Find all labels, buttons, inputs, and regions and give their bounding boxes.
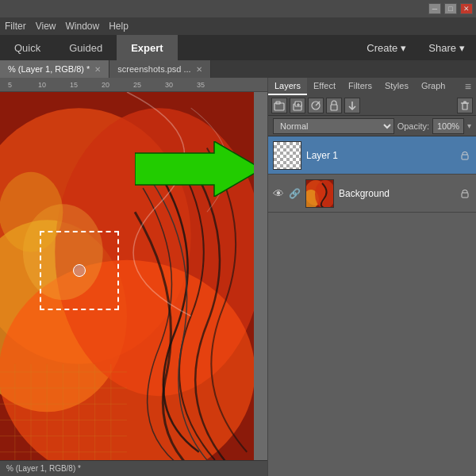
opacity-dropdown-arrow[interactable]: ▾ <box>467 121 471 130</box>
svg-rect-30 <box>463 103 467 109</box>
background-visibility-icon[interactable]: 👁 <box>273 187 284 200</box>
main-layout: 5 10 15 20 25 30 35 <box>0 78 476 476</box>
create-button[interactable]: Create ▾ <box>355 35 417 60</box>
selection-box <box>40 231 119 310</box>
menu-view[interactable]: View <box>36 21 56 32</box>
title-bar: ─ □ ✕ <box>0 0 476 17</box>
opacity-input[interactable] <box>432 118 464 134</box>
background-lock-icon[interactable] <box>459 187 471 200</box>
mode-bar: Quick Guided Expert Create ▾ Share ▾ <box>0 35 476 60</box>
menu-window[interactable]: Window <box>65 21 99 32</box>
status-bar: % (Layer 1, RGB/8) * <box>0 460 267 476</box>
background-name: Background <box>339 188 454 199</box>
background-thumbnail <box>305 179 334 208</box>
svg-rect-34 <box>462 155 468 159</box>
quick-mode-button[interactable]: Quick <box>0 35 55 60</box>
svg-rect-28 <box>331 105 337 110</box>
tab-layers[interactable]: Layers <box>268 78 307 95</box>
share-button[interactable]: Share ▾ <box>417 35 476 60</box>
canvas-area: 5 10 15 20 25 30 35 <box>0 78 267 476</box>
new-layer-button[interactable] <box>290 98 305 113</box>
layer1-name: Layer 1 <box>306 150 454 161</box>
blend-row: Normal Multiply Screen Overlay Opacity: … <box>268 116 476 136</box>
tab-filters[interactable]: Filters <box>342 78 378 95</box>
status-text: % (Layer 1, RGB/8) * <box>6 464 81 473</box>
delete-layer-button[interactable] <box>457 98 473 113</box>
layer-item-background[interactable]: 👁 🔗 Background <box>268 175 476 213</box>
menu-help[interactable]: Help <box>109 21 129 32</box>
tab-close-layer1[interactable]: ✕ <box>94 65 101 74</box>
layer1-thumbnail <box>273 141 301 170</box>
tab-effect[interactable]: Effect <box>307 78 342 95</box>
background-chain-icon[interactable]: 🔗 <box>289 188 301 199</box>
tab-close-screenshots[interactable]: ✕ <box>196 65 202 74</box>
menu-bar: Filter View Window Help <box>0 17 476 35</box>
tab-graph[interactable]: Graph <box>415 78 452 95</box>
blend-mode-select[interactable]: Normal Multiply Screen Overlay <box>273 118 394 134</box>
panel-tabs: Layers Effect Filters Styles Graph ≡ <box>268 78 476 95</box>
layers-list: Layer 1 👁 🔗 Backgr <box>268 136 476 476</box>
layer-item-layer1[interactable]: Layer 1 <box>268 136 476 175</box>
down-arrow-button[interactable] <box>344 98 360 113</box>
svg-marker-20 <box>135 141 254 197</box>
right-panel: Layers Effect Filters Styles Graph ≡ <box>267 78 476 476</box>
new-group-button[interactable] <box>271 98 287 113</box>
guided-mode-button[interactable]: Guided <box>55 35 117 60</box>
ruler-horizontal: 5 10 15 20 25 30 35 <box>0 78 267 92</box>
panel-toolbar <box>268 95 476 116</box>
opacity-label: Opacity: <box>397 121 429 131</box>
svg-rect-39 <box>462 193 468 198</box>
panel-menu-icon[interactable]: ≡ <box>460 80 476 93</box>
tab-screenshots[interactable]: screenshots.psd ... ✕ <box>109 60 210 78</box>
tab-layer1[interactable]: % (Layer 1, RGB/8) * ✕ <box>0 60 109 78</box>
lock-button[interactable] <box>326 98 342 113</box>
selection-center <box>73 264 86 277</box>
layer1-lock-icon[interactable] <box>459 149 471 162</box>
tab-styles[interactable]: Styles <box>378 78 415 95</box>
restore-button[interactable]: □ <box>444 3 457 14</box>
close-button[interactable]: ✕ <box>460 3 473 14</box>
menu-filter[interactable]: Filter <box>5 21 26 32</box>
minimize-button[interactable]: ─ <box>428 3 441 14</box>
tab-bar: % (Layer 1, RGB/8) * ✕ screenshots.psd .… <box>0 60 476 78</box>
expert-mode-button[interactable]: Expert <box>117 35 177 60</box>
green-arrow <box>135 141 254 197</box>
artwork-container[interactable] <box>0 92 254 476</box>
adjust-button[interactable] <box>308 98 324 113</box>
